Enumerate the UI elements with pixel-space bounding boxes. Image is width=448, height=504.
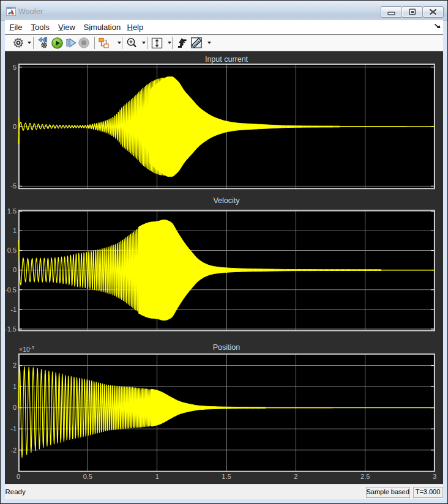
svg-text:0.5: 0.5	[83, 473, 92, 480]
svg-text:-0.5: -0.5	[5, 286, 17, 294]
svg-text:3: 3	[433, 473, 436, 480]
svg-text:-1: -1	[10, 306, 17, 313]
svg-text:0: 0	[13, 266, 17, 273]
svg-text:-2: -2	[10, 447, 17, 454]
svg-text:0: 0	[13, 404, 17, 411]
svg-text:5: 5	[13, 64, 17, 71]
svg-text:Input current: Input current	[205, 55, 248, 64]
svg-text:0: 0	[17, 473, 20, 480]
svg-text:0: 0	[13, 123, 17, 130]
svg-text:Velocity: Velocity	[213, 196, 240, 205]
svg-text:1: 1	[13, 383, 17, 390]
svg-text:0.5: 0.5	[7, 246, 17, 254]
svg-text:1.5: 1.5	[222, 473, 231, 480]
svg-text:2.5: 2.5	[360, 473, 370, 480]
svg-text:1: 1	[155, 473, 159, 480]
svg-text:2: 2	[294, 473, 297, 480]
svg-text:1: 1	[13, 227, 17, 234]
svg-text:Position: Position	[213, 343, 241, 352]
svg-text:-1: -1	[10, 425, 17, 432]
svg-text:-5: -5	[10, 182, 17, 190]
svg-text:-1.5: -1.5	[5, 325, 17, 333]
svg-text:2: 2	[13, 361, 17, 369]
svg-text:1.5: 1.5	[7, 207, 17, 215]
